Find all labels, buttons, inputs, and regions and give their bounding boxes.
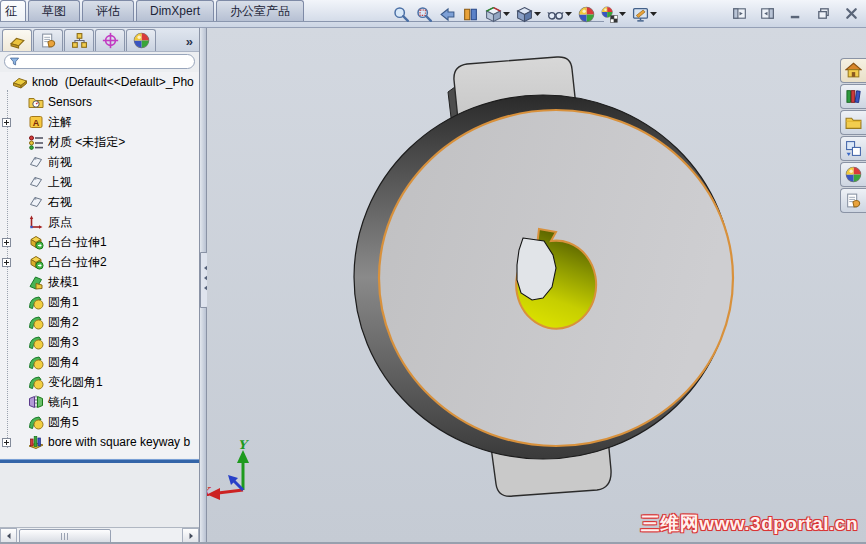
- apply-scene-icon: [601, 6, 618, 23]
- mirror-icon: [28, 394, 44, 410]
- close-button[interactable]: [840, 4, 862, 22]
- panel-tab-propertymanager[interactable]: [33, 29, 63, 51]
- tree-item[interactable]: 前视: [0, 152, 199, 172]
- command-bar: 征草图评估DimXpert办公室产品: [0, 0, 866, 28]
- task-pane-tab-appearances[interactable]: [840, 162, 866, 187]
- hide-show-items-button[interactable]: [545, 2, 574, 26]
- tree-item[interactable]: 圆角2: [0, 312, 199, 332]
- display-style-icon: [516, 6, 533, 23]
- edit-appearance-icon: [578, 6, 595, 23]
- tree-item-label: 变化圆角1: [48, 374, 103, 391]
- tree-item-label: 圆角1: [48, 294, 79, 311]
- expand-toggle[interactable]: [2, 438, 11, 447]
- apply-scene-button[interactable]: [599, 2, 628, 26]
- tree-item-label: 圆角3: [48, 334, 79, 351]
- window-controls: [728, 4, 862, 22]
- panel-tab-displaymanager[interactable]: [126, 29, 156, 51]
- restore-button[interactable]: [812, 4, 834, 22]
- tree-item[interactable]: 上视: [0, 172, 199, 192]
- tree-item[interactable]: 凸台-拉伸2: [0, 252, 199, 272]
- view-orientation-button[interactable]: [483, 2, 512, 26]
- tree-item[interactable]: 原点: [0, 212, 199, 232]
- tree-item[interactable]: 圆角1: [0, 292, 199, 312]
- tree-item[interactable]: knob (Default<<Default>_Pho: [0, 72, 199, 92]
- boss-extrude-icon: [28, 254, 44, 270]
- hide-show-items-icon: [547, 6, 564, 23]
- ribbon-tab-0[interactable]: 征: [0, 0, 26, 21]
- tree-item[interactable]: 圆角5: [0, 412, 199, 432]
- view-palette-icon: [845, 140, 862, 157]
- panel-tab-featuremanager[interactable]: [2, 29, 32, 51]
- zoom-to-area-button[interactable]: [414, 2, 435, 26]
- tree-item[interactable]: A注解: [0, 112, 199, 132]
- task-pane-tab-file-explorer[interactable]: [840, 110, 866, 135]
- task-pane-tabs: [840, 58, 866, 214]
- tree-item-label: 右视: [48, 194, 72, 211]
- fillet-icon: [28, 354, 44, 370]
- tree-item[interactable]: 拔模1: [0, 272, 199, 292]
- section-view-button[interactable]: [460, 2, 481, 26]
- orientation-triad: X Y: [207, 438, 249, 500]
- tree-item[interactable]: 凸台-拉伸1: [0, 232, 199, 252]
- feature-manager-panel: » knob (Default<<Default>_PhoSensorsA注解材…: [0, 28, 200, 544]
- zoom-to-fit-button[interactable]: [391, 2, 412, 26]
- solidworks-resources-icon: [845, 62, 862, 79]
- fillet-icon: [28, 294, 44, 310]
- task-pane-tab-solidworks-resources[interactable]: [840, 58, 866, 83]
- view-orientation-icon: [485, 6, 502, 23]
- origin-icon: [28, 214, 44, 230]
- panel-tabs-overflow-button[interactable]: »: [186, 34, 197, 51]
- propertymanager-icon: [40, 32, 57, 49]
- expand-toggle[interactable]: [2, 118, 11, 127]
- tree-item[interactable]: 变化圆角1: [0, 372, 199, 392]
- restore-icon: [816, 6, 831, 21]
- tree-item[interactable]: Sensors: [0, 92, 199, 112]
- panel-splitter[interactable]: [200, 28, 207, 544]
- tree-item[interactable]: 镜向1: [0, 392, 199, 412]
- material-icon: [28, 134, 44, 150]
- display-style-button[interactable]: [514, 2, 543, 26]
- dock-left-button[interactable]: [728, 4, 750, 22]
- task-pane-tab-view-palette[interactable]: [840, 136, 866, 161]
- fillet-icon: [28, 374, 44, 390]
- expand-toggle[interactable]: [2, 238, 11, 247]
- view-settings-icon: [632, 6, 649, 23]
- minimize-icon: [788, 6, 803, 21]
- dock-right-icon: [760, 6, 775, 21]
- task-pane-tab-custom-properties[interactable]: [840, 188, 866, 213]
- model-3d[interactable]: X Y: [207, 28, 866, 544]
- plane-icon: [28, 154, 44, 170]
- view-settings-button[interactable]: [630, 2, 659, 26]
- filter-input[interactable]: [4, 54, 195, 69]
- dock-right-button[interactable]: [756, 4, 778, 22]
- minimize-button[interactable]: [784, 4, 806, 22]
- expand-toggle[interactable]: [2, 258, 11, 267]
- tree-item-label: Sensors: [48, 95, 92, 109]
- tree-item[interactable]: 材质 <未指定>: [0, 132, 199, 152]
- filter-bar: [0, 52, 199, 72]
- feature-tree: knob (Default<<Default>_PhoSensorsA注解材质 …: [0, 72, 199, 458]
- tree-item[interactable]: 右视: [0, 192, 199, 212]
- x-axis-label: X: [207, 485, 212, 499]
- tree-item-label: 镜向1: [48, 394, 79, 411]
- file-explorer-icon: [845, 114, 862, 131]
- panel-tab-configurationmanager[interactable]: [64, 29, 94, 51]
- tree-item[interactable]: 圆角4: [0, 352, 199, 372]
- ribbon-tab-3[interactable]: DimXpert: [136, 0, 214, 21]
- tree-item[interactable]: 圆角3: [0, 332, 199, 352]
- graphics-viewport[interactable]: X Y 三维网www.3dportal.cn: [207, 28, 866, 544]
- scroll-left-arrow-icon: [5, 532, 13, 540]
- annotations-icon: A: [28, 114, 44, 130]
- ribbon-tab-4[interactable]: 办公室产品: [216, 0, 304, 21]
- tree-item-label: knob (Default<<Default>_Pho: [32, 75, 194, 89]
- appearances-icon: [845, 166, 862, 183]
- ribbon-tab-2[interactable]: 评估: [82, 0, 134, 21]
- tree-item-label: 注解: [48, 114, 72, 131]
- custom-properties-icon: [845, 192, 862, 209]
- ribbon-tab-1[interactable]: 草图: [28, 0, 80, 21]
- previous-view-button[interactable]: [437, 2, 458, 26]
- tree-item[interactable]: bore with square keyway b: [0, 432, 199, 452]
- edit-appearance-button[interactable]: [576, 2, 597, 26]
- panel-tab-dimxpertmanager[interactable]: [95, 29, 125, 51]
- task-pane-tab-design-library[interactable]: [840, 84, 866, 109]
